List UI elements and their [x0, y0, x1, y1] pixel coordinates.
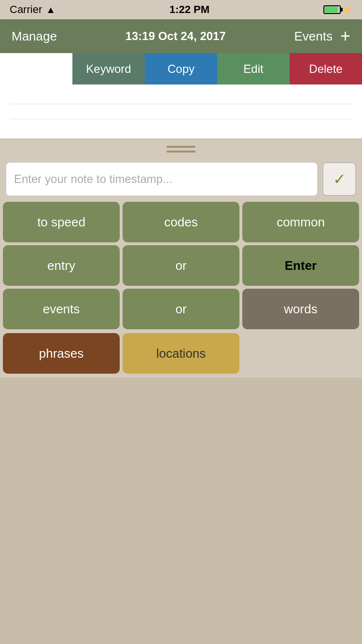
edit-button[interactable]: Edit: [217, 53, 290, 84]
blank-space: [0, 53, 72, 84]
manage-button[interactable]: Manage: [12, 29, 57, 44]
divider-1: [10, 104, 352, 104]
nav-title: 13:19 Oct 24, 2017: [125, 29, 226, 43]
add-button[interactable]: +: [340, 28, 350, 45]
nav-bar: Manage 13:19 Oct 24, 2017 Events +: [0, 19, 362, 53]
bolt-icon: ⚡: [343, 5, 352, 14]
drag-handle-area[interactable]: [0, 139, 362, 156]
copy-button[interactable]: Copy: [145, 53, 217, 84]
bottom-fill: [0, 378, 362, 571]
drag-handle-2: [167, 151, 195, 153]
wifi-icon: ▲: [46, 4, 56, 15]
keyword-btn-0[interactable]: to speed: [3, 202, 120, 242]
keyword-btn2-0[interactable]: phrases: [3, 333, 120, 374]
keyword-btn-6[interactable]: events: [3, 289, 120, 329]
keyword-btn-3[interactable]: entry: [3, 245, 120, 286]
keyword-btn-4[interactable]: or: [123, 245, 239, 286]
keyword-btn-8[interactable]: words: [242, 289, 359, 329]
divider-2: [10, 119, 352, 119]
checkmark-icon: ✓: [333, 170, 346, 188]
keyword-btn-5[interactable]: Enter: [242, 245, 359, 286]
keyword-grid-2: phraseslocations: [0, 333, 362, 378]
status-time: 1:22 PM: [169, 3, 209, 16]
input-area: ✓: [0, 156, 362, 200]
action-row: Keyword Copy Edit Delete: [0, 53, 362, 84]
carrier-label: Carrier ▲: [10, 3, 56, 16]
keyword-btn2-1[interactable]: locations: [123, 333, 239, 374]
content-area: [0, 84, 362, 139]
nav-right: Events +: [294, 28, 350, 45]
delete-button[interactable]: Delete: [290, 53, 362, 84]
drag-handle-1: [167, 146, 195, 148]
note-input[interactable]: [6, 162, 318, 196]
keyword-grid: to speedcodescommonentryorEntereventsorw…: [0, 200, 362, 333]
events-button[interactable]: Events: [294, 29, 333, 44]
keyword-btn-1[interactable]: codes: [123, 202, 239, 242]
battery-fill: [325, 7, 338, 13]
battery-indicator: ⚡: [323, 5, 352, 14]
keyword-button[interactable]: Keyword: [72, 53, 145, 84]
keyword-btn-7[interactable]: or: [123, 289, 239, 329]
battery-icon: [323, 5, 341, 14]
confirm-button[interactable]: ✓: [322, 162, 356, 196]
status-bar: Carrier ▲ 1:22 PM ⚡: [0, 0, 362, 19]
keyword-btn-2[interactable]: common: [242, 202, 359, 242]
